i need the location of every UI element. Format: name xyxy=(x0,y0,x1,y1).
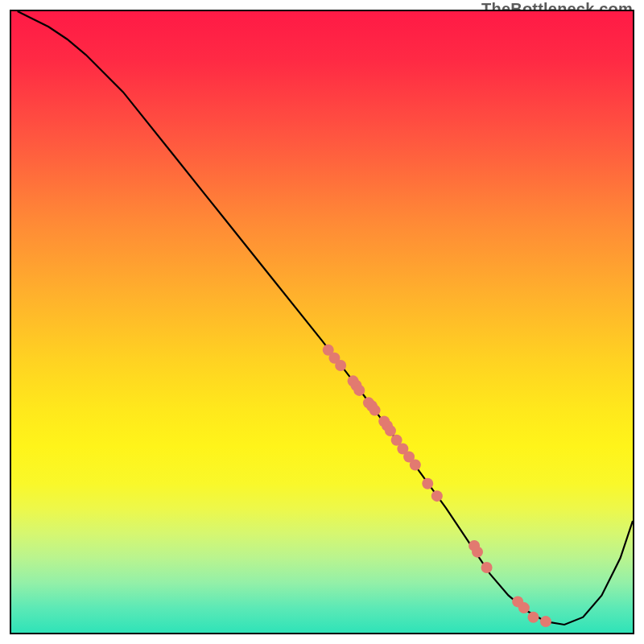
gradient-background xyxy=(11,11,633,633)
plot-area xyxy=(10,10,634,634)
chart-container: TheBottleneck.com xyxy=(0,0,644,644)
